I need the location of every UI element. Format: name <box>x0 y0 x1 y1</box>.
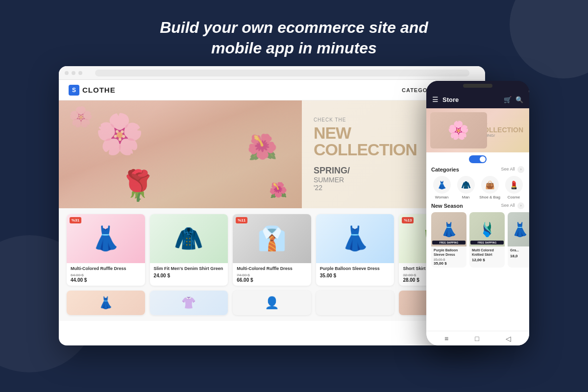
mobile-search-icon[interactable]: 🔍 <box>515 96 523 103</box>
mobile-back-icon[interactable]: ◁ <box>506 335 511 343</box>
mobile-mockup: ☰ Store 🛒 🔍 🌸 NEW COLLECTION SPRING/ <box>426 81 529 345</box>
mobile-new-season-grid: 👗 FREE SHIPPING Purple Balloon Sleeve Dr… <box>431 212 524 268</box>
product-info-3: Multi-Colored Ruffle Dress 74.00 $ 66.00… <box>233 263 311 286</box>
mobile-product-price-3: 18,0 <box>510 254 529 258</box>
mobile-cat-shoe-bag[interactable]: 👜 Shoe & Bag <box>479 176 500 199</box>
product-price-4: 35.00 $ <box>320 273 391 278</box>
hero-image: 🌸 🌺 🌹 <box>59 100 302 208</box>
mobile-cat-woman[interactable]: 👗 Woman <box>431 176 452 199</box>
product-card[interactable]: 👗 Purple Balloon Sleeve Dress 35.00 $ <box>316 214 394 286</box>
product-card[interactable]: 👔 %11 Multi-Colored Ruffle Dress 74.00 $… <box>233 214 311 286</box>
see-all-arrow: › <box>517 166 524 173</box>
browser-url-bar <box>95 70 469 76</box>
discount-badge-5: %13 <box>402 217 414 223</box>
new-season-see-all-arrow: › <box>517 202 524 209</box>
product-name-3: Multi-Colored Ruffle Dress <box>237 266 307 271</box>
hero-headline-line2: mobile app in minutes <box>211 39 377 57</box>
product-old-price-3: 74.00 $ <box>237 273 307 277</box>
mobile-hero-image: 🌸 <box>430 112 487 148</box>
mobile-product-img-1: 👗 FREE SHIPPING <box>431 212 466 246</box>
browser-dot-green <box>78 71 82 75</box>
mobile-free-shipping-1: FREE SHIPPING <box>432 241 466 245</box>
desktop-mockup: S CLOTHE CATEGORIES 🔍 🛒 2 <box>59 66 485 345</box>
logo-icon: S <box>69 85 79 96</box>
logo-letter: S <box>72 87 76 94</box>
woman-category-icon: 👗 <box>433 176 451 194</box>
mobile-product-info-2: Multi Colored Knitted Skirt 12,00 $ <box>469 246 505 264</box>
mobile-cat-cosme[interactable]: 💄 Cosme <box>503 176 524 199</box>
mobile-product-info-3: Gra... 18,0 <box>508 246 529 260</box>
mobile-product-old-price-1: 35,00 $ <box>434 258 464 261</box>
hero-headline-line1: Build your own ecommerce site and <box>160 19 428 36</box>
product-card-mini-2[interactable]: 👚 <box>150 291 228 315</box>
discount-badge-1: %31 <box>70 217 81 223</box>
product-name-4: Purple Balloon Sleeve Dress <box>320 266 391 271</box>
product-card[interactable]: 🧥 Slim Fit Men's Denim Shirt Green 24.00… <box>150 214 228 286</box>
mobile-toggle-area <box>426 152 529 166</box>
cosme-category-label: Cosme <box>508 195 520 199</box>
mobile-cat-man[interactable]: 🧥 Man <box>455 176 476 199</box>
product-card[interactable]: 👗 %31 Multi-Colored Ruffle Dress 64.00 $… <box>67 214 145 286</box>
product-name-2: Slim Fit Men's Denim Shirt Green <box>154 266 224 271</box>
mobile-product-name-1: Purple Balloon Sleeve Dress <box>434 248 464 257</box>
man-category-label: Man <box>462 195 470 199</box>
mobile-product-name-2: Multi Colored Knitted Skirt <box>472 248 502 257</box>
site-content: S CLOTHE CATEGORIES 🔍 🛒 2 <box>59 80 485 345</box>
mobile-product-price-2: 12,00 $ <box>472 258 502 262</box>
mobile-home-icon[interactable]: ≡ <box>444 335 448 343</box>
browser-bar <box>59 66 485 80</box>
hamburger-icon[interactable]: ☰ <box>432 96 439 103</box>
mobile-product-1[interactable]: 👗 FREE SHIPPING Purple Balloon Sleeve Dr… <box>431 212 466 268</box>
logo-text: CLOTHE <box>82 86 116 94</box>
discount-badge-3: %11 <box>236 217 247 223</box>
hero-banner: 🌸 🌺 🌹 CHECK THE NEWCOLLECTION SPRING/ SU… <box>59 100 485 208</box>
mobile-new-season-title: New Season <box>431 203 463 209</box>
product-price-1: 44.00 $ <box>71 277 141 283</box>
mobile-new-season-see-all[interactable]: See All › <box>501 202 524 209</box>
mobile-categories-see-all[interactable]: See All › <box>501 166 524 173</box>
mobile-categories-grid: 👗 Woman 🧥 Man 👜 Shoe & Bag 💄 Cosme <box>431 176 524 199</box>
mobile-bottom-bar: ≡ □ ◁ <box>426 331 529 345</box>
browser-dot-yellow <box>72 71 75 75</box>
product-price-2: 24.00 $ <box>154 273 224 278</box>
products-section: 👗 %31 Multi-Colored Ruffle Dress 64.00 $… <box>59 208 485 321</box>
shoe-bag-category-label: Shoe & Bag <box>479 195 500 199</box>
product-name-1: Multi-Colored Ruffle Dress <box>71 266 141 271</box>
mobile-grid-icon[interactable]: □ <box>475 335 479 343</box>
woman-category-label: Woman <box>435 195 448 199</box>
mobile-new-season-section: New Season See All › 👗 FREE SHIPPING <box>426 202 529 268</box>
mockup-container: S CLOTHE CATEGORIES 🔍 🛒 2 <box>59 66 529 345</box>
product-card-mini-1[interactable]: 👗 <box>67 291 145 315</box>
man-category-icon: 🧥 <box>457 176 475 194</box>
product-old-price-1: 64.00 $ <box>71 273 141 277</box>
mobile-new-season-header: New Season See All › <box>431 202 524 209</box>
product-card-mini-4[interactable] <box>316 291 394 315</box>
hero-headline: Build your own ecommerce site and mobile… <box>10 18 578 58</box>
product-image-2: 🧥 <box>150 214 228 263</box>
product-info-1: Multi-Colored Ruffle Dress 64.00 $ 44.00… <box>67 263 145 286</box>
mobile-hero: 🌸 NEW COLLECTION SPRING/ <box>426 108 529 152</box>
mobile-toggle[interactable] <box>469 155 487 163</box>
mobile-notch <box>426 81 529 91</box>
site-logo: S CLOTHE <box>69 85 116 96</box>
mobile-product-name-3: Gra... <box>510 248 529 252</box>
mobile-categories-section: Categories See All › 👗 Woman 🧥 Man <box>426 166 529 199</box>
mobile-product-info-1: Purple Balloon Sleeve Dress 35,00 $ 35,0… <box>431 246 466 268</box>
mobile-cart-icon[interactable]: 🛒 <box>504 96 512 103</box>
product-info-2: Slim Fit Men's Denim Shirt Green 24.00 $ <box>150 263 228 281</box>
mobile-product-3[interactable]: 👗 Gra... 18,0 <box>508 212 529 268</box>
mobile-store-title: Store <box>442 96 504 103</box>
product-image-1: 👗 %31 <box>67 214 145 263</box>
cosme-category-icon: 💄 <box>505 176 523 194</box>
mobile-product-2[interactable]: 🩱 FREE SHIPPING Multi Colored Knitted Sk… <box>469 212 505 268</box>
mobile-product-img-2: 🩱 FREE SHIPPING <box>469 212 505 246</box>
mobile-categories-header: Categories See All › <box>431 166 524 173</box>
mobile-screen: ☰ Store 🛒 🔍 🌸 NEW COLLECTION SPRING/ <box>426 91 529 345</box>
product-card-mini-3[interactable]: 👤 <box>233 291 311 315</box>
mobile-categories-title: Categories <box>431 167 459 172</box>
products-grid: 👗 %31 Multi-Colored Ruffle Dress 64.00 $… <box>67 214 477 286</box>
mobile-product-img-3: 👗 <box>508 212 529 246</box>
product-image-4: 👗 <box>316 214 394 263</box>
mobile-product-price-1: 35,00 $ <box>434 261 464 266</box>
product-price-3: 66.00 $ <box>237 277 307 283</box>
